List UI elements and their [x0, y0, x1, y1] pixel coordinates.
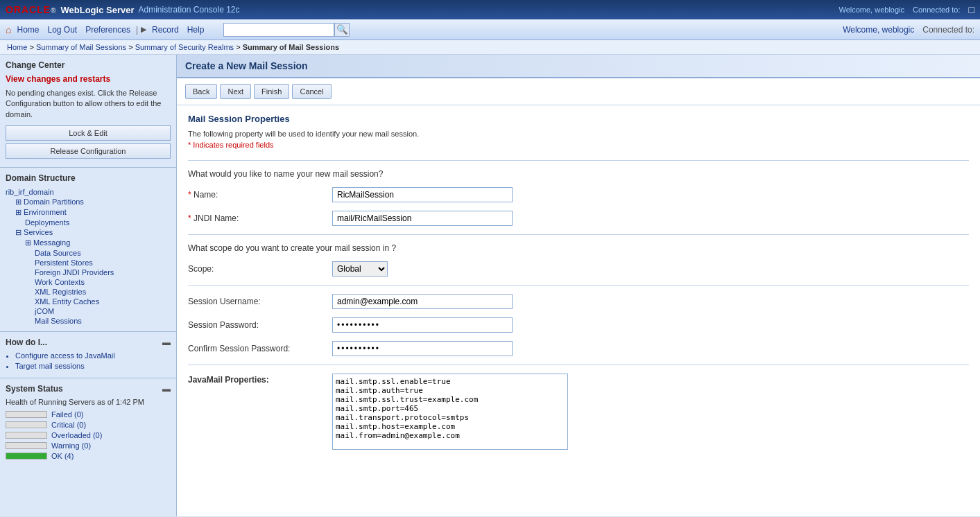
status-row: OK (4) [6, 452, 171, 460]
section-description: The following property will be used to i… [188, 130, 969, 138]
connected-text: Connected to: [913, 6, 961, 14]
connected-label: Connected to: [922, 25, 974, 35]
breadcrumb-sep3: > [236, 43, 242, 51]
page-title: Create a New Mail Session [185, 60, 972, 71]
next-button[interactable]: Next [220, 84, 251, 99]
how-do-i-collapse[interactable]: ▬ [162, 338, 171, 347]
name-label: * Name: [188, 190, 327, 200]
status-rows: Failed (0)Critical (0)Overloaded (0)Warn… [6, 410, 171, 460]
javamail-textarea[interactable]: mail.smtp.ssl.enable=true mail.smtp.auth… [332, 374, 568, 450]
breadcrumb-security-realms[interactable]: Summary of Security Realms [135, 43, 234, 51]
status-row: Warning (0) [6, 441, 171, 450]
breadcrumb-current: Summary of Mail Sessions [243, 43, 339, 51]
how-do-i-list: Configure access to JavaMailTarget mail … [6, 351, 171, 370]
tree-item-foreign-jndi-providers[interactable]: Foreign JNDI Providers [6, 268, 171, 277]
tree-item-data-sources[interactable]: Data Sources [6, 248, 171, 258]
jndi-label: * JNDI Name: [188, 213, 327, 223]
status-row: Overloaded (0) [6, 431, 171, 439]
breadcrumb-mail-sessions-1[interactable]: Summary of Mail Sessions [36, 43, 126, 51]
oracle-logo: ORACLE® [6, 4, 57, 15]
oracle-superscript: ® [51, 7, 56, 15]
tree-item-xml-registries[interactable]: XML Registries [6, 287, 171, 297]
session-password-input[interactable] [332, 317, 513, 333]
finish-button[interactable]: Finish [254, 84, 289, 99]
breadcrumb-sep1: > [29, 43, 35, 51]
system-status-collapse[interactable]: ▬ [162, 384, 171, 394]
status-row: Critical (0) [6, 421, 171, 429]
tree-item-environment[interactable]: ⊞ Environment [6, 207, 171, 218]
jndi-input[interactable] [332, 211, 513, 226]
status-label[interactable]: Failed (0) [51, 410, 83, 419]
nav-separator: | [136, 25, 138, 35]
tree-item-work-contexts[interactable]: Work Contexts [6, 277, 171, 287]
status-label[interactable]: Critical (0) [51, 421, 86, 429]
tree-item-rib_irf_domain[interactable]: rib_irf_domain [6, 187, 171, 197]
search-input[interactable] [223, 23, 334, 37]
required-note: * Indicates required fields [188, 141, 969, 149]
section-title: Mail Session Properties [188, 114, 969, 124]
weblogic-title: WebLogic Server [61, 5, 135, 15]
tree-item-persistent-stores[interactable]: Persistent Stores [6, 258, 171, 268]
domain-tree: rib_irf_domain⊞ Domain Partitions⊞ Envir… [6, 187, 171, 326]
welcome-label: Welcome, weblogic [843, 25, 914, 35]
expand-icon[interactable]: □ [969, 4, 974, 15]
javamail-label: JavaMail Properties: [188, 374, 327, 385]
question2: What scope do you want to create your ma… [188, 243, 969, 253]
breadcrumb-home[interactable]: Home [7, 43, 27, 51]
logout-link[interactable]: Log Out [44, 24, 80, 36]
confirm-password-label: Confirm Session Password: [188, 344, 327, 353]
home-icon: ⌂ [6, 24, 11, 35]
tree-item-mail-sessions[interactable]: Mail Sessions [6, 316, 171, 326]
breadcrumb-sep2: > [128, 43, 135, 51]
tree-item-domain-partitions[interactable]: ⊞ Domain Partitions [6, 197, 171, 207]
record-link[interactable]: Record [149, 24, 182, 36]
breadcrumb: Home > Summary of Mail Sessions > Summar… [0, 40, 980, 55]
record-icon: ▶ [141, 25, 146, 34]
preferences-link[interactable]: Preferences [83, 24, 133, 36]
how-do-i-title: How do I... [6, 338, 47, 347]
session-username-label: Session Username: [188, 297, 327, 306]
how-do-i-item[interactable]: Target mail sessions [15, 362, 171, 370]
status-label[interactable]: Overloaded (0) [51, 431, 102, 439]
tree-item-deployments[interactable]: Deployments [6, 218, 171, 227]
change-center-title: Change Center [6, 60, 171, 70]
domain-structure-title: Domain Structure [6, 173, 171, 183]
tree-item-messaging[interactable]: ⊞ Messaging [6, 238, 171, 248]
back-button[interactable]: Back [185, 84, 217, 99]
how-do-i-item[interactable]: Configure access to JavaMail [15, 351, 171, 360]
health-info: Health of Running Servers as of 1:42 PM [6, 398, 171, 406]
question1: What would you like to name your new mai… [188, 169, 969, 179]
home-link[interactable]: Home [14, 24, 42, 36]
admin-console-title: Administration Console 12c [138, 5, 239, 15]
cancel-button[interactable]: Cancel [292, 84, 331, 99]
tree-item-services[interactable]: ⊟ Services [6, 227, 171, 238]
status-label[interactable]: Warning (0) [51, 441, 91, 450]
scope-label: Scope: [188, 264, 327, 274]
change-center-description: No pending changes exist. Click the Rele… [6, 88, 171, 120]
scope-select[interactable]: Global Domain [332, 261, 388, 277]
session-username-input[interactable] [332, 294, 513, 309]
release-configuration-button[interactable]: Release Configuration [6, 143, 171, 159]
view-changes-link[interactable]: View changes and restarts [6, 74, 171, 84]
confirm-password-input[interactable] [332, 341, 513, 356]
name-input[interactable] [332, 187, 513, 202]
status-label[interactable]: OK (4) [51, 452, 74, 460]
welcome-text: Welcome, weblogic [839, 6, 904, 14]
tree-item-xml-entity-caches[interactable]: XML Entity Caches [6, 297, 171, 306]
session-password-label: Session Password: [188, 320, 327, 330]
status-row: Failed (0) [6, 410, 171, 419]
system-status-title: System Status [6, 384, 63, 394]
help-link[interactable]: Help [184, 24, 207, 36]
tree-item-jcom[interactable]: jCOM [6, 306, 171, 316]
lock-edit-button[interactable]: Lock & Edit [6, 125, 171, 141]
search-button[interactable]: 🔍 [334, 23, 350, 37]
